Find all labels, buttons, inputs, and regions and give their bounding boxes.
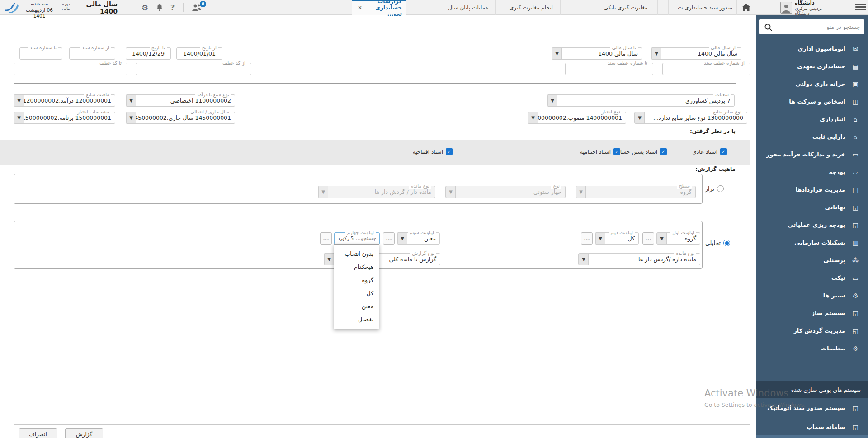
tab-bank-reconciliation[interactable]: مغایرت گیری بانکی: [594, 0, 658, 15]
sidebar-item-costing[interactable]: ◱بهایابی: [756, 198, 868, 216]
other-resource-type-select[interactable]: نوع سایر منابع 1300000000 نوع سایر منابع…: [634, 112, 747, 124]
checkbox-opening-docs[interactable]: ✓ اسناد افتتاحیه: [413, 148, 453, 155]
current-transfer-year-select[interactable]: سال جاری / انتقالی 1450000001 سال جاری,4…: [126, 112, 235, 124]
from-doc-number-input[interactable]: از شماره سند: [69, 47, 115, 60]
chevron-down-icon[interactable]: ▼: [528, 112, 538, 123]
priority2-select[interactable]: اولویت دوم کل ▼: [595, 232, 639, 245]
priority4-more-button[interactable]: ...: [320, 232, 332, 245]
tab-accrual-reports[interactable]: گزارشات حسابداری تعه... ✕: [352, 0, 406, 15]
dropdown-option-total[interactable]: کل: [334, 287, 379, 300]
to-ref-code-input[interactable]: تا کد عطف: [14, 63, 127, 75]
menu-icon[interactable]: [855, 4, 866, 12]
sidebar-item-accrual-accounting[interactable]: ▤حسابداری تعهدی: [756, 57, 868, 75]
chevron-down-icon[interactable]: ▼: [324, 254, 334, 265]
income-type-select[interactable]: نوع منبع یا درآمد 1100000002 اختصاصی ▼: [126, 94, 235, 107]
chevron-down-icon[interactable]: ▼: [657, 233, 667, 244]
sidebar-item-contracts[interactable]: ▤مدیریت قراردادها: [756, 181, 868, 198]
sidebar-item-samap-system[interactable]: ◱سامانه سماپ: [756, 418, 868, 436]
chevron-down-icon[interactable]: ▼: [547, 95, 557, 106]
sidebar-item-office-automation[interactable]: ✉اتوماسیون اداری: [756, 40, 868, 57]
sidebar-item-personnel[interactable]: ⁂پرسنلی: [756, 251, 868, 269]
chevron-down-icon[interactable]: ▼: [552, 48, 562, 59]
credit-type-select[interactable]: نوع اعتبار 1400000001 مصوب,00000002... ▼: [528, 112, 626, 124]
chevron-down-icon[interactable]: ▼: [635, 112, 645, 123]
priority1-more-button[interactable]: ...: [642, 232, 654, 245]
priority3-more-button[interactable]: ...: [383, 232, 395, 245]
search-input[interactable]: [772, 24, 860, 30]
dropdown-option-subsidiary[interactable]: معین: [334, 300, 379, 313]
priority2-more-button[interactable]: ...: [581, 232, 593, 245]
sidebar-item-centers[interactable]: ⚙سنتر ها: [756, 287, 868, 304]
priority4-search-field[interactable]: اولویت چهارم جستجو... 5 رکورد: [334, 232, 380, 245]
to-date-input[interactable]: تا تاریخ 1400/12/29: [126, 47, 171, 60]
credit-specs-select[interactable]: مشخصات اعتبار 1500000001 برنامه,15000000…: [14, 112, 115, 124]
sidebar-item-budget[interactable]: ▱بودجه: [756, 163, 868, 181]
checkbox-checked-icon[interactable]: ✓: [720, 148, 727, 155]
tab-voucher-issue[interactable]: صدور سند حسابداری ت...: [668, 0, 737, 15]
chevron-down-icon[interactable]: ▼: [579, 254, 589, 265]
sidebar-search[interactable]: [760, 19, 864, 34]
chevron-down-icon[interactable]: ▼: [651, 48, 661, 59]
resource-nature-select[interactable]: ماهیت منابع 1200000001 درآمد,1200000002 …: [14, 94, 115, 107]
tab-reconciliation[interactable]: انجام مغایرت گیری: [502, 0, 561, 15]
chevron-down-icon[interactable]: ▼: [14, 95, 24, 106]
chevron-down-icon[interactable]: ▼: [126, 95, 136, 106]
dropdown-option-none[interactable]: هیچکدام: [334, 260, 379, 273]
to-fiscal-year-select[interactable]: تا سال مالی سال مالی 1400 ▼: [552, 47, 642, 60]
chevron-down-icon[interactable]: ▼: [126, 112, 136, 123]
sidebar-item-workflow[interactable]: ◱مدیریت گردش کار: [756, 322, 868, 339]
checkbox-closing-docs[interactable]: ✓ اسناد بستن حساب: [615, 148, 667, 155]
sidebar-item-procurement[interactable]: ▭خرید و تدارکات فرآیند محور: [756, 146, 868, 163]
sidebar-item-fixed-assets[interactable]: ⌂دارایی ثابت: [756, 128, 868, 146]
dropdown-option-no-selection[interactable]: بدون انتخاب: [334, 247, 379, 260]
checkbox-checked-icon[interactable]: ✓: [446, 148, 453, 155]
bell-icon[interactable]: [156, 0, 163, 15]
chevron-down-icon[interactable]: ▼: [595, 233, 605, 244]
sidebar-item-operational-budgeting[interactable]: ◱بودجه ریزی عملیاتی: [756, 216, 868, 234]
dropdown-option-group[interactable]: گروه: [334, 273, 379, 287]
balance-report-group: سطح گروه ▼ نوع چهار ستونی ▼ نوع مانده ما…: [14, 174, 703, 204]
sidebar-item-org-structure[interactable]: ▦تشکیلات سازمانی: [756, 234, 868, 251]
to-doc-number-input[interactable]: تا شماره سند: [19, 47, 62, 60]
chevron-down-icon[interactable]: ▼: [397, 233, 407, 244]
user-block[interactable]: دانشگاه پردیس مرکزی دانشگاه: [780, 1, 830, 14]
home-icon[interactable]: [742, 0, 750, 15]
analytic-remainder-type-select[interactable]: نوع مانده مانده داره /گردش دار ها ▼: [578, 253, 700, 265]
sidebar-item-auto-voucher-system[interactable]: ◱سیستم صدور سند اتوماتیک: [756, 399, 868, 417]
checkbox-normal-docs[interactable]: ✓ اسناد عادی: [693, 148, 727, 155]
checkbox-ending-docs[interactable]: ✓ اسناد اختتامیه: [580, 148, 620, 155]
radio-selected-icon[interactable]: [723, 240, 730, 246]
chevron-down-icon[interactable]: ▼: [14, 112, 24, 123]
priority3-select[interactable]: اولویت سوم معین ▼: [397, 232, 440, 245]
balance-radio-group[interactable]: تراز: [705, 185, 724, 192]
sidebar-item-warehousing[interactable]: ⌂انبارداری: [756, 110, 868, 128]
sidebar-item-ticket[interactable]: ▭تیکت: [756, 269, 868, 287]
sidebar-item-gov-treasury[interactable]: ▣خزانه داری دولتی: [756, 75, 868, 93]
radio-unselected-icon[interactable]: [717, 185, 724, 192]
help-icon[interactable]: ?: [170, 0, 175, 15]
field-value: گروه: [576, 186, 695, 198]
report-button[interactable]: گزارش: [65, 428, 103, 438]
dropdown-option-detail[interactable]: تفصیل: [334, 313, 379, 326]
users-icon[interactable]: 8: [191, 0, 203, 15]
checkbox-checked-icon[interactable]: ✓: [613, 148, 620, 155]
gear-icon[interactable]: ⚙: [142, 0, 148, 15]
balance-type-select: نوع چهار ستونی ▼: [445, 186, 566, 198]
cancel-button[interactable]: انصراف: [19, 428, 57, 438]
sidebar-item-system-builder[interactable]: ◱سیستم ساز: [756, 304, 868, 322]
checkbox-checked-icon[interactable]: ✓: [660, 148, 667, 155]
branches-select[interactable]: شعبات 7 پردیس کشاورزی ▼: [547, 94, 735, 107]
close-icon[interactable]: ✕: [358, 5, 362, 11]
sidebar-item-customer-portal[interactable]: ⊕پرتال مشتریان: [756, 435, 868, 438]
from-ref-doc-number-input[interactable]: از شماره عطف سند: [662, 63, 750, 75]
analytic-radio-group[interactable]: تحلیلی: [705, 240, 730, 246]
sidebar-item-settings[interactable]: ⚙تنظیمات: [756, 339, 868, 357]
priority1-select[interactable]: اولویت اول گروه ▼: [656, 232, 700, 245]
sidebar-item-persons-companies[interactable]: ◫اشخاص و شرکت ها: [756, 93, 868, 110]
to-ref-doc-number-input[interactable]: تا شماره عطف سند: [565, 63, 653, 75]
field-value: مانده داره /گردش دار ها: [579, 254, 700, 265]
tab-year-end-operations[interactable]: عملیات پایان سال: [441, 0, 496, 15]
from-fiscal-year-select[interactable]: از سال مالی سال مالی 1400 ▼: [651, 47, 741, 60]
from-ref-code-input[interactable]: از کد عطف: [136, 63, 251, 75]
from-date-input[interactable]: از تاریخ 1400/01/01: [176, 47, 222, 60]
